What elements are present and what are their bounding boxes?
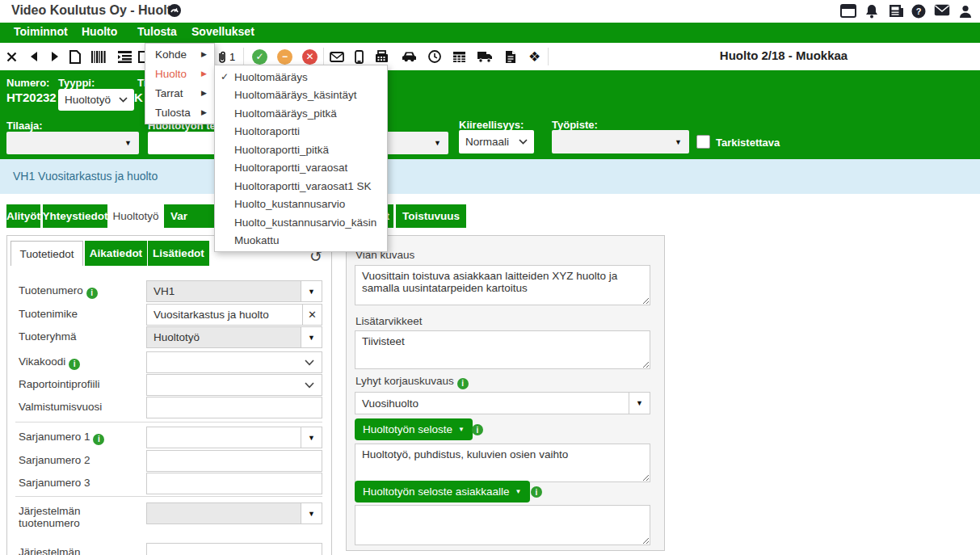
kiireellisyys-select[interactable]: Normaali [459,130,534,153]
submenu-arrow-icon: ▶ [201,89,207,97]
seloste-asiakkaalle-textarea[interactable] [355,505,650,545]
valmistumisvuosi-field[interactable] [146,397,322,418]
tuoteryhma-combobox[interactable]: Huoltotyö ▼ [146,326,322,348]
vikakoodi-select[interactable] [146,351,322,373]
toolbar-separator [548,48,549,65]
approve-icon[interactable]: ✓ [252,48,267,65]
menu-toiminnot[interactable]: Toiminnot [14,25,68,38]
tyyppi-select[interactable]: Huoltotyö [58,89,134,111]
subtab-tuotetiedot[interactable]: Tuotetiedot [11,241,83,266]
submenu-item[interactable]: Muokattu [215,232,387,250]
sarjanumero1-label: Sarjanumero 1 i [19,431,104,445]
tuotenimike-field[interactable]: ✕ [146,304,322,326]
raportointiprofiili-select[interactable] [146,374,322,396]
submenu-item[interactable]: Huoltoraportti_pitkä [215,141,387,159]
news-icon[interactable] [889,4,905,19]
sarjanumero2-input[interactable] [147,451,322,471]
subtab-aikatiedot[interactable]: Aikatiedot [85,241,147,266]
reject-icon[interactable]: ✕ [302,48,318,65]
close-icon[interactable] [6,48,17,65]
tarkistettava-checkbox[interactable] [696,135,710,149]
barcode-icon[interactable] [91,48,106,65]
submenu-item[interactable]: Huolto_kustannusarvio_käsin [215,213,387,232]
description-panel: Vian kuvaus Vuosittain toistuva asiakkaa… [346,235,665,551]
submenu-item[interactable]: Huoltoraportti [215,123,387,141]
report-icon[interactable] [505,48,516,65]
submenu-item[interactable]: Huoltoraportti_varaosat [215,159,387,178]
lisatarvikkeet-textarea[interactable]: Tiivisteet [355,330,650,369]
attachment-icon[interactable]: 1 [217,48,235,65]
product-panel: Tuotetiedot Aikatiedot Lisätiedot ↺ Tuot… [6,235,332,555]
new-document-icon[interactable] [69,48,81,65]
subtab-lisatiedot[interactable]: Lisätiedot [148,241,209,266]
submenu-item[interactable]: Huoltomääräys_käsintäyt [215,86,387,105]
jarjestelman-tuotenumero-combobox[interactable]: ▼ [146,502,322,524]
tab-yhteystiedot[interactable]: Yhteystiedot [43,204,107,228]
tilaaja-label: Tilaaja: [6,120,43,132]
tab-huoltotyo[interactable]: Huoltotyö [110,204,162,228]
submenu-item[interactable]: Huoltomääräys_pitkä [215,104,387,123]
tuotenumero-combobox[interactable]: VH1 ▼ [146,280,322,302]
tab-toistuvuus[interactable]: Toistuvuus [396,204,466,228]
clear-icon[interactable]: ✕ [302,305,322,325]
tyopiste-combobox[interactable]: ▼ [552,130,689,153]
clock-icon[interactable] [428,48,441,65]
help-icon[interactable]: ? [911,4,927,19]
worklist-icon[interactable] [118,48,132,65]
info-icon[interactable]: i [69,359,80,370]
print-menu-item-tulosta[interactable]: Tulosta▶ [145,103,214,122]
huoltotyon-seloste-textarea[interactable]: Huoltotyö, puhdistus, kuluvien osien vai… [355,444,650,482]
delivery-truck-icon[interactable] [477,48,493,65]
menu-sovellukset[interactable]: Sovellukset [191,25,254,38]
jarjestelman-input[interactable] [147,544,322,555]
seloste-asiakkaalle-button[interactable]: Huoltotyön seloste asiakkaalle▼ [355,481,530,502]
jarjestelman-field[interactable] [146,543,322,555]
lyhyt-korjauskuvaus-combobox[interactable]: Vuosihuolto ▼ [355,392,650,414]
print-menu-item-huolto[interactable]: Huolto▶ [145,64,214,83]
print-menu-item-kohde[interactable]: Kohde▶ [145,44,214,64]
caret-down-icon[interactable]: ▼ [301,327,322,347]
tab-alityot[interactable]: Alityöt [6,204,40,228]
info-icon[interactable]: i [457,378,469,389]
kiireellisyys-label: Kiireellisyys: [459,119,524,131]
info-icon[interactable]: i [86,288,98,299]
sarjanumero3-input[interactable] [147,473,322,494]
window-icon[interactable] [840,4,856,19]
integrations-icon[interactable]: ❖ [528,48,540,65]
check-icon: ✓ [221,71,229,82]
info-icon[interactable]: i [472,424,483,435]
vian-kuvaus-textarea[interactable]: Vuosittain toistuva asiakkaan laitteiden… [355,265,650,305]
info-icon[interactable]: i [93,434,104,445]
pause-icon[interactable]: − [277,48,292,65]
submenu-arrow-icon: ▶ [201,69,207,78]
caret-down-icon[interactable]: ▼ [301,503,322,523]
submenu-item[interactable]: Huolto_kustannusarvio [215,196,387,214]
user-icon[interactable] [958,4,974,19]
previous-icon[interactable] [31,48,38,65]
info-icon[interactable]: i [531,486,542,498]
submenu-item[interactable]: ✓Huoltomääräys [215,68,387,86]
tilaaja-combobox[interactable]: ▼ [6,132,139,154]
send-email-icon[interactable] [330,48,344,65]
print-menu-item-tarrat[interactable]: Tarrat▶ [145,83,214,103]
app-title: Video Koulutus Oy - Huolto [11,3,179,18]
notifications-bell-icon[interactable] [864,4,881,19]
calendar-icon[interactable] [452,48,466,65]
huoltotyon-seloste-button[interactable]: Huoltotyön seloste▼ [355,418,473,440]
sarjanumero1-combobox[interactable]: ▼ [146,427,322,448]
tuotenimike-input[interactable] [147,305,302,325]
menu-huolto[interactable]: Huolto [82,25,117,38]
sarjanumero3-field[interactable] [146,473,322,494]
car-icon[interactable] [402,48,417,65]
caret-down-icon[interactable]: ▼ [301,427,322,448]
sms-icon[interactable] [355,48,364,65]
valmistumisvuosi-input[interactable] [147,397,322,418]
fax-icon[interactable] [375,48,389,65]
email-icon[interactable] [934,4,950,19]
caret-down-icon[interactable]: ▼ [301,281,322,301]
sarjanumero2-field[interactable] [146,450,322,472]
menu-tulosta[interactable]: Tulosta [137,25,177,38]
caret-down-icon[interactable]: ▼ [629,393,650,414]
submenu-item[interactable]: Huoltoraportti_varaosat1 SK [215,177,387,196]
next-icon[interactable] [51,48,58,65]
